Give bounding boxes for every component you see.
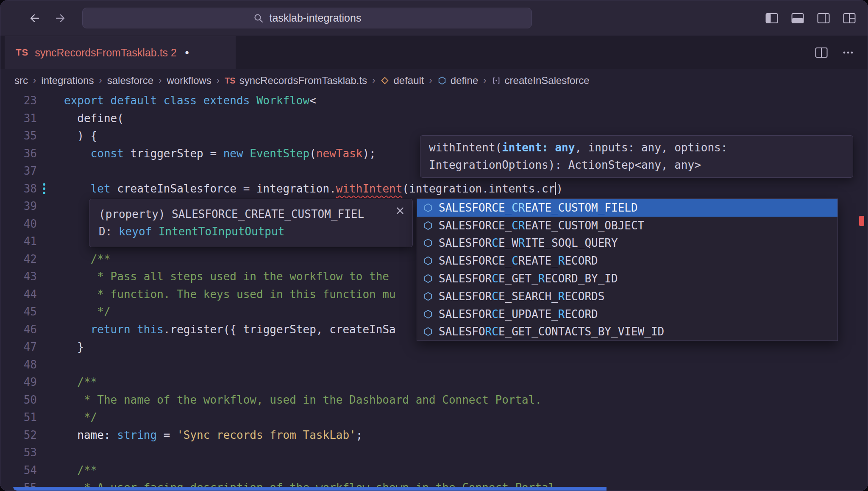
code-line[interactable]: 52 name: string = 'Sync records from Tas…: [0, 427, 868, 444]
vscode-window: tasklab-integrations TS syncRecordsFromT…: [0, 0, 868, 491]
line-number: 47: [0, 338, 37, 356]
code-line-text: * function. The keys used in this functi…: [37, 288, 396, 301]
split-editor-icon[interactable]: [815, 47, 828, 58]
code-line[interactable]: 31 define(: [0, 110, 868, 128]
code-line[interactable]: 48: [0, 356, 868, 374]
completion-label: SALESFORCE_WRITE_SOQL_QUERY: [439, 237, 618, 249]
completion-label: SALESFORCE_CREATE_RECORD: [439, 254, 598, 267]
breadcrumb-item-salesforce[interactable]: salesforce: [107, 75, 153, 86]
breadcrumb-item-file[interactable]: syncRecordsFromTasklab.ts: [239, 75, 367, 86]
search-icon: [253, 13, 264, 24]
code-line[interactable]: 23export default class extends Workflow<: [0, 92, 868, 110]
signature-line-1: withIntent(intent: any, inputs: any, opt…: [429, 139, 844, 156]
code-line[interactable]: 50 * The name of the workflow, used in t…: [0, 391, 868, 409]
line-number: 52: [0, 427, 37, 444]
completion-list: SALESFORCE_CREATE_CUSTOM_FIELDSALESFORCE…: [417, 198, 838, 341]
completion-label: SALESFORCE_UPDATE_RECORD: [439, 308, 598, 321]
close-icon[interactable]: [395, 206, 405, 215]
completion-label: SALESFORCE_CREATE_CUSTOM_OBJECT: [439, 219, 644, 232]
code-line-text: [37, 200, 64, 212]
code-line-text: return this.register({ triggerStep, crea…: [37, 323, 396, 336]
completion-item[interactable]: SALESFORCE_GET_RECORD_BY_ID: [417, 270, 837, 287]
unsaved-changes-dot-icon: ●: [185, 48, 189, 57]
breadcrumb-item-workflows[interactable]: workflows: [167, 75, 211, 86]
code-line-text: /**: [37, 464, 97, 477]
line-number: 45: [0, 303, 37, 321]
completion-item[interactable]: SALESFORCE_SEARCH_RECORDS: [417, 287, 837, 305]
symbol-method-icon: [437, 76, 447, 85]
line-number: 36: [0, 145, 37, 163]
code-line[interactable]: 51 */: [0, 409, 868, 427]
code-line-text: name: string = 'Sync records from TaskLa…: [37, 429, 362, 441]
forward-button[interactable]: [55, 12, 67, 26]
symbol-constant-icon: [423, 220, 433, 231]
line-number: 23: [0, 92, 37, 110]
completion-label: SALESFORCE_GET_RECORD_BY_ID: [439, 272, 618, 285]
code-line-text: /**: [37, 253, 111, 265]
code-line-text: ) {: [37, 129, 97, 142]
line-number: 43: [0, 268, 37, 286]
signature-help-popup: withIntent(intent: any, inputs: any, opt…: [420, 135, 853, 178]
completion-item[interactable]: SALESFORCE_CREATE_RECORD: [417, 252, 837, 270]
customize-layout-icon[interactable]: [843, 13, 856, 24]
code-line-text: [37, 446, 64, 459]
line-number: 41: [0, 233, 37, 251]
breadcrumb-item-createinsalesforce[interactable]: createInSalesforce: [505, 75, 590, 86]
chevron-separator-icon: ›: [98, 75, 102, 86]
code-line-text: [37, 235, 64, 248]
chevron-separator-icon: ›: [372, 75, 376, 86]
tab-syncrecordsfromtasklab[interactable]: TS syncRecordsFromTasklab.ts 2 ●: [5, 36, 236, 69]
line-number: 35: [0, 127, 37, 145]
toggle-secondary-sidebar-icon[interactable]: [817, 13, 830, 24]
symbol-variable-icon: [492, 76, 501, 85]
breadcrumb-item-integrations[interactable]: integrations: [41, 75, 94, 86]
code-line-text: [37, 218, 64, 230]
signature-line-2: IntegrationOptions): ActionStep<any, any…: [429, 156, 844, 174]
line-number: 44: [0, 286, 37, 304]
completion-item[interactable]: SALESFORCE_CREATE_CUSTOM_OBJECT: [417, 217, 837, 234]
symbol-constant-icon: [423, 309, 433, 319]
line-number: 49: [0, 374, 37, 391]
toggle-panel-icon[interactable]: [791, 13, 804, 24]
code-line-text: /**: [37, 376, 97, 388]
line-number: 54: [0, 462, 37, 480]
code-line[interactable]: 53: [0, 444, 868, 462]
symbol-constant-icon: [423, 326, 433, 337]
status-bar-sliver: [13, 487, 606, 491]
more-actions-icon[interactable]: [841, 47, 855, 58]
code-line-text: */: [37, 411, 97, 424]
completion-label: SALESFORCE_GET_CONTACTS_BY_VIEW_ID: [439, 325, 664, 338]
chevron-separator-icon: ›: [158, 75, 162, 86]
hover-line-2: D: keyof IntentToInputOutput: [99, 223, 403, 240]
code-line[interactable]: 54 /**: [0, 462, 868, 480]
code-line-text: * Pass all steps used in the workflow to…: [37, 270, 389, 283]
toggle-primary-sidebar-icon[interactable]: [765, 13, 778, 24]
line-number: 53: [0, 444, 37, 462]
modified-line-indicator: [43, 183, 45, 195]
editor-actions: [815, 36, 868, 69]
line-number: 46: [0, 321, 37, 339]
breadcrumb-item-default[interactable]: default: [393, 75, 424, 86]
breadcrumb-item-src[interactable]: src: [14, 75, 28, 86]
code-line-text: }: [37, 340, 84, 353]
completion-label: SALESFORCE_SEARCH_RECORDS: [439, 290, 604, 303]
completion-item[interactable]: SALESFORCE_UPDATE_RECORD: [417, 305, 837, 323]
completion-item[interactable]: SALESFORCE_WRITE_SOQL_QUERY: [417, 234, 837, 252]
symbol-constant-icon: [423, 291, 433, 301]
symbol-constant-icon: [423, 203, 433, 213]
breadcrumb-item-define[interactable]: define: [451, 75, 478, 86]
arrow-right-icon: [55, 12, 67, 25]
code-line[interactable]: 38 let createInSalesforce = integration.…: [0, 180, 868, 198]
code-line-text: [37, 358, 64, 371]
command-center-search[interactable]: tasklab-integrations: [82, 8, 532, 28]
completion-item[interactable]: SALESFORCE_GET_CONTACTS_BY_VIEW_ID: [417, 323, 837, 341]
back-button[interactable]: [28, 12, 40, 26]
completion-item[interactable]: SALESFORCE_CREATE_CUSTOM_FIELD: [417, 199, 837, 217]
error-marker[interactable]: [859, 216, 864, 226]
active-parameter: intent: any: [502, 141, 575, 154]
code-line[interactable]: 49 /**: [0, 374, 868, 391]
line-number: 39: [0, 198, 37, 215]
code-line-text: let createInSalesforce = integration.wit…: [37, 182, 563, 195]
typescript-file-icon: TS: [225, 76, 236, 86]
chevron-separator-icon: ›: [483, 75, 487, 86]
